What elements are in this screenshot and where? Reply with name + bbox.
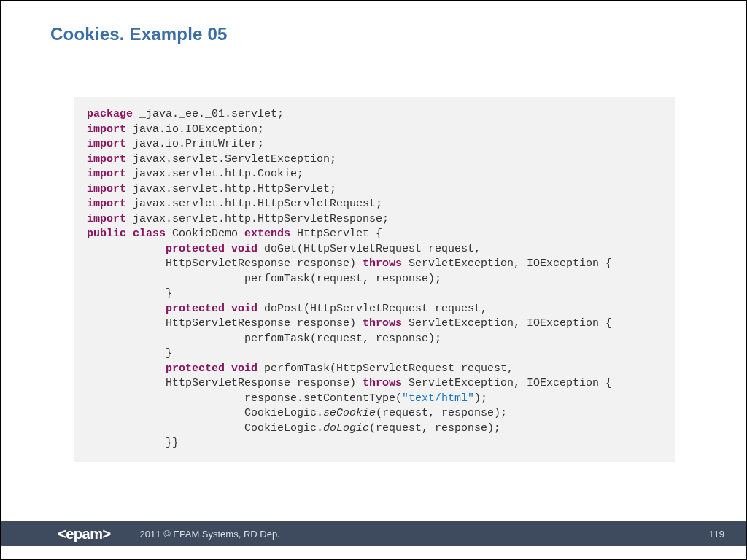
slide-title: Cookies. Example 05: [50, 24, 228, 44]
epam-logo: <epam>: [58, 526, 111, 542]
page-number: 119: [708, 529, 724, 540]
code-content: package _java._ee._01.servlet; import ja…: [87, 107, 662, 451]
code-block: package _java._ee._01.servlet; import ja…: [74, 97, 675, 462]
footer-bar: <epam> 2011 © EPAM Systems, RD Dep. 119: [1, 521, 746, 546]
copyright-text: 2011 © EPAM Systems, RD Dep.: [140, 529, 280, 540]
slide: Cookies. Example 05 package _java._ee._0…: [1, 1, 746, 559]
